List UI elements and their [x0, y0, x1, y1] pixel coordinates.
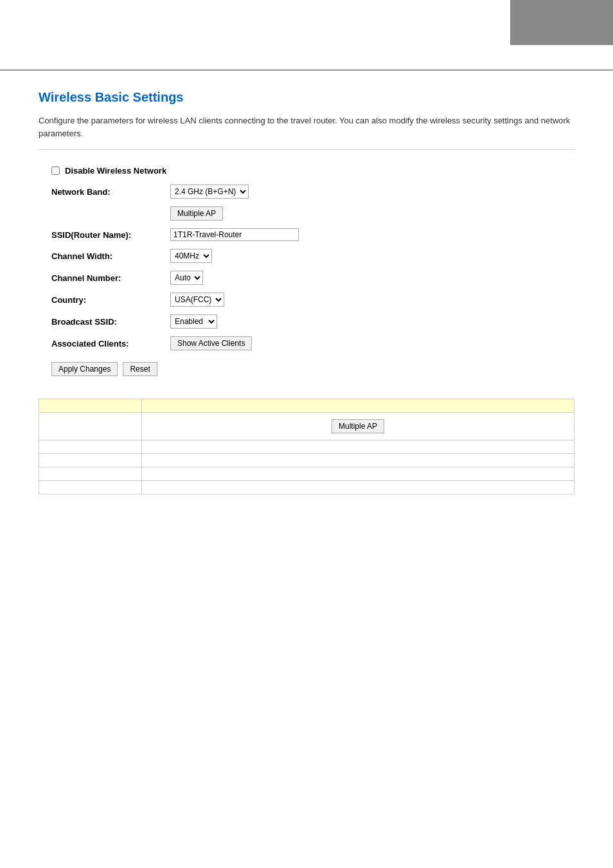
table-row	[39, 440, 574, 454]
button-row: Apply Changes Reset	[51, 362, 562, 376]
header-logo-box	[510, 0, 613, 45]
table-cell-label	[39, 440, 142, 454]
channel-number-label: Channel Number:	[51, 273, 170, 283]
channel-number-select[interactable]: Auto 123 456 789 1011	[170, 271, 203, 285]
channel-width-row: Channel Width: 20MHz 40MHz	[51, 249, 562, 263]
apply-changes-button[interactable]: Apply Changes	[51, 362, 118, 376]
disable-wireless-row: Disable Wireless Network	[51, 166, 562, 176]
table-cell-label	[39, 399, 142, 413]
main-content: Wireless Basic Settings Configure the pa…	[0, 71, 613, 507]
associated-clients-label: Associated Clients:	[51, 339, 170, 348]
page-title: Wireless Basic Settings	[39, 90, 574, 105]
table-cell-value	[142, 467, 574, 481]
table-row	[39, 481, 574, 494]
page-header	[0, 0, 613, 71]
disable-wireless-label[interactable]: Disable Wireless Network	[65, 166, 166, 176]
page-description: Configure the parameters for wireless LA…	[39, 114, 574, 140]
disable-wireless-checkbox[interactable]	[51, 167, 60, 175]
table-row	[39, 467, 574, 481]
show-active-clients-button[interactable]: Show Active Clients	[170, 336, 252, 350]
reset-button[interactable]: Reset	[123, 362, 157, 376]
table-cell-value	[142, 440, 574, 454]
multiple-ap-button[interactable]: Multiple AP	[170, 206, 223, 221]
channel-width-select[interactable]: 20MHz 40MHz	[170, 249, 212, 263]
channel-width-label: Channel Width:	[51, 251, 170, 261]
table-cell-label	[39, 467, 142, 481]
country-control: USA(FCC) ETSI Japan	[170, 293, 224, 307]
table-cell-value	[142, 481, 574, 494]
country-row: Country: USA(FCC) ETSI Japan	[51, 293, 562, 307]
channel-number-control: Auto 123 456 789 1011	[170, 271, 203, 285]
table-cell-value	[142, 399, 574, 413]
network-band-select[interactable]: 2.4 GHz (B+G+N) 2.4 GHz (B) 2.4 GHz (G) …	[170, 185, 249, 199]
network-band-row: Network Band: 2.4 GHz (B+G+N) 2.4 GHz (B…	[51, 185, 562, 199]
table-row: Multiple AP	[39, 413, 574, 440]
broadcast-ssid-control: Enabled Disabled	[170, 314, 217, 329]
channel-number-row: Channel Number: Auto 123 456 789 1011	[51, 271, 562, 285]
table-cell-value	[142, 454, 574, 467]
table-cell-label	[39, 481, 142, 494]
table-multiple-ap-button[interactable]: Multiple AP	[332, 419, 384, 433]
ssid-label: SSID(Router Name):	[51, 230, 170, 240]
help-table: Multiple AP	[39, 399, 574, 494]
broadcast-ssid-row: Broadcast SSID: Enabled Disabled	[51, 314, 562, 329]
country-select[interactable]: USA(FCC) ETSI Japan	[170, 293, 224, 307]
channel-width-control: 20MHz 40MHz	[170, 249, 212, 263]
country-label: Country:	[51, 295, 170, 305]
form-area: Disable Wireless Network Network Band: 2…	[39, 159, 574, 395]
ssid-control	[170, 228, 299, 241]
ssid-row: SSID(Router Name):	[51, 228, 562, 241]
table-cell-label	[39, 454, 142, 467]
associated-clients-control: Show Active Clients	[170, 336, 252, 350]
table-row	[39, 454, 574, 467]
table-cell-label	[39, 413, 142, 440]
associated-clients-row: Associated Clients: Show Active Clients	[51, 336, 562, 350]
network-band-label: Network Band:	[51, 187, 170, 197]
table-row	[39, 399, 574, 413]
broadcast-ssid-select[interactable]: Enabled Disabled	[170, 314, 217, 329]
section-divider	[39, 149, 574, 150]
broadcast-ssid-label: Broadcast SSID:	[51, 317, 170, 327]
network-band-control: 2.4 GHz (B+G+N) 2.4 GHz (B) 2.4 GHz (G) …	[170, 185, 249, 199]
ssid-input[interactable]	[170, 228, 299, 241]
multiple-ap-row: Multiple AP	[51, 206, 562, 221]
table-cell-value: Multiple AP	[142, 413, 574, 440]
